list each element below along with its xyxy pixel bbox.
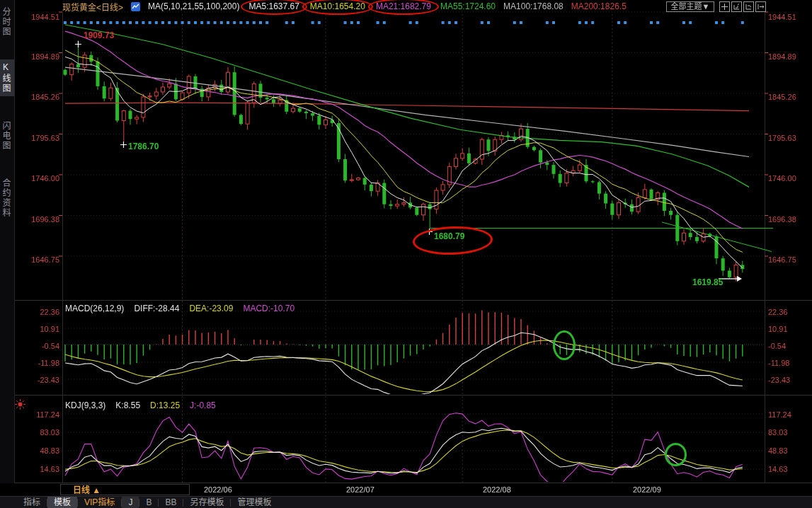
macd-axis-label: 10.91 xyxy=(20,325,59,333)
cross-marker xyxy=(120,138,127,151)
x-axis-date: 2022/09 xyxy=(633,485,661,494)
annotation-low-1619: 1619.85 xyxy=(692,277,723,287)
macd-cross-circle xyxy=(553,330,576,360)
y-axis-label: 1894.89 xyxy=(768,52,809,61)
kdj-axis-label: 117.24 xyxy=(768,410,809,419)
macd-macd-value: MACD:-10.70 xyxy=(243,304,295,313)
chart-icon xyxy=(131,2,140,11)
kdj-axis-label: 117.24 xyxy=(20,410,59,419)
kdj-axis-label: 14.63 xyxy=(768,465,809,473)
macd-dea-value: DEA:-23.09 xyxy=(189,304,233,313)
tab-indicators[interactable]: 指标 xyxy=(17,497,47,508)
pane-expand-icon[interactable] xyxy=(731,1,742,12)
ma10-value: MA10:1654.20 xyxy=(309,1,367,11)
sidebar-item-lightning-chart[interactable]: 闪电图 xyxy=(0,117,14,154)
y-axis-label: 1795.63 xyxy=(768,134,809,142)
annotation-low-1786: 1786.70 xyxy=(128,142,159,151)
kdj-params: KDJ(9,3,3) xyxy=(65,400,105,410)
kdj-axis-label: 48.83 xyxy=(20,446,59,455)
kdj-axis-label: 83.03 xyxy=(20,428,59,437)
sun-marker-icon xyxy=(15,399,25,412)
y-axis-label: 1795.63 xyxy=(20,134,59,142)
kdj-axis-label: 48.83 xyxy=(768,446,809,455)
kdj-k-value: K:8.55 xyxy=(115,400,140,410)
sidebar-item-time-chart[interactable]: 分时图 xyxy=(0,4,14,40)
macd-axis-label: -0.54 xyxy=(20,342,59,350)
instrument-title: 现货黄金<日线> xyxy=(62,1,123,13)
tab-bb[interactable]: BB xyxy=(159,497,183,508)
sidebar-item-contract-info[interactable]: 合约资料 xyxy=(0,174,14,222)
ma100-value: MA100:1768.08 xyxy=(503,1,564,11)
y-axis-label: 1746.00 xyxy=(20,174,59,183)
y-axis-label: 1646.75 xyxy=(768,255,809,264)
ma21-value: MA21:1682.79 xyxy=(374,1,433,11)
pane-split-icon[interactable] xyxy=(743,1,754,12)
macd-diff-value: DIFF:-28.44 xyxy=(134,304,179,313)
ma-formula-label: MA(5,10,21,55,100,200) xyxy=(148,1,239,11)
x-axis-date: 2022/06 xyxy=(204,485,232,494)
kdj-axis-label: 14.63 xyxy=(20,465,59,473)
ma5-value: MA5:1637.67 xyxy=(247,1,300,11)
y-axis-label: 1944.51 xyxy=(20,13,59,21)
header-toolbar xyxy=(719,1,766,12)
period-selector[interactable]: 日线 ▲ xyxy=(60,484,190,495)
macd-axis-label: 10.91 xyxy=(768,325,809,333)
y-axis-label: 1845.26 xyxy=(768,93,809,101)
x-axis-date: 2022/08 xyxy=(483,485,511,494)
macd-axis-label: -0.54 xyxy=(768,342,809,350)
macd-axis-label: 22.36 xyxy=(768,308,809,316)
sidebar-item-kline-chart[interactable]: K线图 xyxy=(0,59,14,96)
y-axis-label: 1696.38 xyxy=(20,215,59,224)
x-axis-date: 2022/07 xyxy=(346,485,374,494)
y-axis-label: 1746.00 xyxy=(768,174,809,183)
tab-j[interactable]: J xyxy=(122,497,139,508)
y-axis-label: 1845.26 xyxy=(20,93,59,101)
chart-canvas[interactable] xyxy=(0,0,812,508)
theme-dropdown-button[interactable]: 全部主题▼ xyxy=(666,1,714,12)
y-axis-label: 1696.38 xyxy=(768,215,809,224)
tab-templates[interactable]: 模板 xyxy=(47,497,77,508)
tab-vip-indicators[interactable]: VIP指标 xyxy=(78,497,121,508)
kdj-header: KDJ(9,3,3) K:8.55 D:13.25 J:-0.85 xyxy=(65,400,226,410)
kdj-d-value: D:13.25 xyxy=(150,400,180,410)
trading-app-window: 分时图 K线图 闪电图 合约资料 现货黄金<日线> MA(5,10,21,55,… xyxy=(0,0,812,508)
pane-popout-icon[interactable] xyxy=(755,1,766,12)
macd-axis-label: -23.43 xyxy=(768,376,809,384)
kdj-cross-circle xyxy=(665,443,687,466)
macd-axis-label: -11.98 xyxy=(768,359,809,367)
tab-save-template[interactable]: 另存模板 xyxy=(183,497,230,508)
kdj-axis-label: 83.03 xyxy=(768,428,809,437)
annotation-high-1909: 1909.73 xyxy=(84,30,114,40)
macd-params: MACD(26,12,9) xyxy=(65,304,124,313)
ma55-value: MA55:1724.60 xyxy=(440,1,496,11)
bottom-tab-bar: 指标 模板 VIP指标 J B BB 另存模板 管理模板 xyxy=(0,496,812,508)
y-axis-label: 1646.75 xyxy=(20,255,59,264)
kdj-j-value: J:-0.85 xyxy=(190,400,216,410)
macd-axis-label: -23.43 xyxy=(20,376,59,384)
ma200-value: MA200:1826.5 xyxy=(571,1,627,11)
crosshair-icon[interactable] xyxy=(719,1,730,12)
y-axis-label: 1944.51 xyxy=(768,13,809,21)
y-axis-label: 1894.89 xyxy=(20,52,59,61)
tab-manage-templates[interactable]: 管理模板 xyxy=(231,497,278,508)
cross-marker xyxy=(75,37,81,50)
macd-axis-label: -11.98 xyxy=(20,359,59,367)
macd-axis-label: 22.36 xyxy=(20,308,59,316)
tab-b[interactable]: B xyxy=(139,497,158,508)
macd-header: MACD(26,12,9) DIFF:-28.44 DEA:-23.09 MAC… xyxy=(65,304,304,313)
left-sidebar: 分时图 K线图 闪电图 合约资料 xyxy=(0,0,15,483)
